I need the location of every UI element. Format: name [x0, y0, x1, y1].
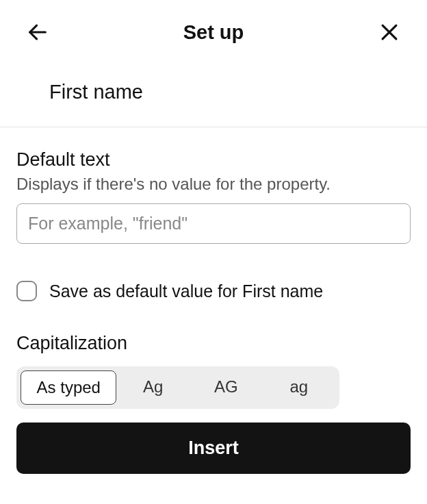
property-name: First name — [0, 56, 427, 127]
segment-as-typed[interactable]: As typed — [21, 370, 116, 405]
segment-ag-titlecase[interactable]: Ag — [116, 370, 190, 405]
segment-ag-uppercase[interactable]: AG — [190, 370, 263, 405]
page-title: Set up — [183, 21, 244, 44]
back-button[interactable] — [26, 21, 49, 44]
insert-button[interactable]: Insert — [16, 423, 411, 474]
capitalization-segmented: As typed Ag AG ag — [16, 366, 339, 409]
default-text-input[interactable] — [16, 203, 411, 244]
save-default-checkbox[interactable] — [16, 281, 37, 301]
default-text-title: Default text — [16, 149, 411, 171]
close-icon — [378, 21, 401, 44]
capitalization-title: Capitalization — [16, 333, 411, 354]
arrow-left-icon — [26, 21, 49, 44]
save-default-label: Save as default value for First name — [49, 281, 323, 301]
default-text-subtitle: Displays if there's no value for the pro… — [16, 175, 411, 194]
close-button[interactable] — [378, 21, 401, 44]
segment-ag-lowercase[interactable]: ag — [263, 370, 336, 405]
